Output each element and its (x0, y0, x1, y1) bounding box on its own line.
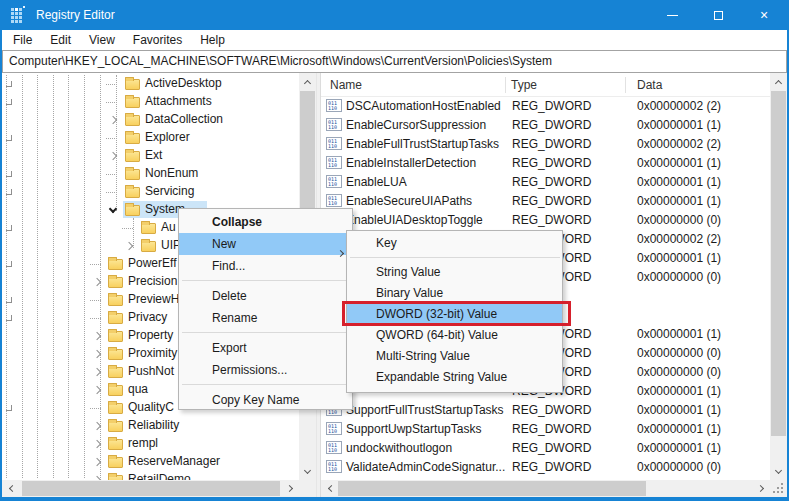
tree-item[interactable]: Attachments (2, 93, 316, 111)
table-row[interactable]: 011110 EnableFullTrustStartupTasks REG_D… (321, 135, 770, 154)
list-horizontal-scrollbar[interactable] (321, 480, 770, 497)
expander-icon[interactable] (2, 131, 15, 144)
menu-item[interactable]: Copy Key Name (179, 389, 352, 411)
column-header-data[interactable]: Data (637, 78, 662, 92)
table-row[interactable]: 011110 EnableLUA REG_DWORD 0x00000001 (1… (321, 173, 770, 192)
expander-icon[interactable] (90, 437, 103, 450)
expander-icon[interactable] (90, 329, 103, 342)
expander-icon[interactable] (2, 257, 15, 270)
scroll-up-icon[interactable] (299, 73, 316, 90)
menu-item[interactable]: Rename (179, 307, 352, 329)
tree-horizontal-scrollbar[interactable] (2, 480, 299, 497)
table-row[interactable]: 011110 DSCAutomationHostEnabled REG_DWOR… (321, 97, 770, 116)
tree-item[interactable]: Reliability (2, 417, 316, 435)
scrollbar-thumb[interactable] (338, 481, 646, 496)
column-header-type[interactable]: Type (511, 78, 537, 92)
scroll-right-icon[interactable] (282, 480, 299, 497)
expander-icon[interactable] (90, 275, 103, 288)
expander-icon[interactable] (2, 77, 15, 90)
tree-item-label: Property (128, 328, 173, 342)
menu-item[interactable]: New (179, 233, 352, 255)
expander-icon[interactable] (90, 365, 103, 378)
menu-item[interactable]: QWORD (64-bit) Value (347, 325, 562, 346)
expander-icon[interactable] (2, 95, 15, 108)
table-row[interactable]: 011110 EnableUIADesktopToggle REG_DWORD … (321, 211, 770, 230)
menu-item[interactable]: Expandable String Value (347, 367, 562, 388)
tree-item[interactable]: Explorer (2, 129, 316, 147)
folder-icon (141, 241, 156, 252)
close-button[interactable]: × (741, 0, 787, 30)
table-row[interactable]: 011110 EnableInstallerDetection REG_DWOR… (321, 154, 770, 173)
menu-item[interactable]: String Value (347, 262, 562, 283)
menu-view[interactable]: View (80, 33, 124, 47)
menu-item[interactable]: Export (179, 337, 352, 359)
menu-item[interactable]: Multi-String Value (347, 346, 562, 367)
menu-file[interactable]: File (4, 33, 41, 47)
expander-icon[interactable] (2, 401, 15, 414)
tree-item-label: ReserveManager (128, 454, 220, 468)
table-row[interactable]: 011110 SupportFullTrustStartupTasks REG_… (321, 401, 770, 420)
menu-help[interactable]: Help (191, 33, 234, 47)
expander-icon[interactable] (122, 239, 135, 252)
expander-icon[interactable] (90, 383, 103, 396)
value-data: 0x00000001 (1) (637, 441, 721, 455)
table-row[interactable]: 011110 EnableSecureUIAPaths REG_DWORD 0x… (321, 192, 770, 211)
value-data: 0x00000000 (0) (637, 365, 721, 379)
column-divider[interactable] (505, 77, 506, 93)
scrollbar-thumb[interactable] (22, 481, 280, 496)
menu-favorites[interactable]: Favorites (124, 33, 191, 47)
folder-icon (108, 277, 123, 288)
scroll-left-icon[interactable] (2, 480, 19, 497)
table-row[interactable]: 011110 EnableCursorSuppression REG_DWORD… (321, 116, 770, 135)
minimize-button[interactable] (649, 0, 695, 30)
scroll-left-icon[interactable] (321, 480, 338, 497)
value-type: REG_DWORD (512, 441, 591, 455)
menu-edit[interactable]: Edit (41, 33, 80, 47)
tree-item[interactable]: ActiveDesktop (2, 75, 316, 93)
scrollbar-thumb[interactable] (771, 91, 786, 436)
expander-icon[interactable] (2, 185, 15, 198)
list-vertical-scrollbar[interactable] (770, 73, 787, 480)
scroll-up-icon[interactable] (770, 73, 787, 90)
scroll-right-icon[interactable] (753, 480, 770, 497)
menu-item[interactable]: Key (347, 233, 562, 254)
table-row[interactable]: 011110 SupportUwpStartupTasks REG_DWORD … (321, 420, 770, 439)
tree-item[interactable]: DataCollection (2, 111, 316, 129)
tree-item[interactable]: NonEnum (2, 165, 316, 183)
folder-icon (108, 457, 123, 468)
scroll-down-icon[interactable] (770, 463, 787, 480)
table-row[interactable]: 011110 undockwithoutlogon REG_DWORD 0x00… (321, 439, 770, 458)
address-bar[interactable]: Computer\HKEY_LOCAL_MACHINE\SOFTWARE\Mic… (2, 50, 787, 73)
value-name: EnableInstallerDetection (346, 156, 476, 170)
resize-grip[interactable] (770, 480, 787, 497)
expander-icon[interactable] (106, 113, 119, 126)
expander-icon[interactable] (2, 167, 15, 180)
expander-icon[interactable] (2, 311, 15, 324)
tree-item[interactable]: ReserveManager (2, 453, 316, 471)
menu-item[interactable]: Find... (179, 255, 352, 277)
app-icon (11, 8, 26, 23)
scrollbar-thumb[interactable] (300, 91, 315, 211)
expander-icon[interactable] (2, 293, 15, 306)
expander-icon[interactable] (90, 455, 103, 468)
maximize-button[interactable] (695, 0, 741, 30)
value-name: undockwithoutlogon (346, 441, 452, 455)
expander-icon[interactable] (106, 203, 119, 216)
expander-icon[interactable] (90, 419, 103, 432)
menu-item[interactable]: Delete (179, 285, 352, 307)
tree-item[interactable]: Servicing (2, 183, 316, 201)
tree-item[interactable]: Ext (2, 147, 316, 165)
value-data: 0x00000001 (1) (637, 422, 721, 436)
column-header-name[interactable]: Name (330, 78, 362, 92)
menu-item[interactable]: Collapse (179, 211, 352, 233)
table-row[interactable]: 011110 ValidateAdminCodeSignatur... REG_… (321, 458, 770, 477)
expander-icon[interactable] (106, 149, 119, 162)
menu-item-label: String Value (376, 265, 440, 279)
column-divider[interactable] (625, 77, 626, 93)
menu-item[interactable]: Permissions... (179, 359, 352, 381)
scroll-down-icon[interactable] (299, 463, 316, 480)
expander-icon[interactable] (2, 221, 15, 234)
expander-icon[interactable] (90, 347, 103, 360)
dotted-connector (106, 192, 117, 193)
tree-item[interactable]: rempl (2, 435, 316, 453)
